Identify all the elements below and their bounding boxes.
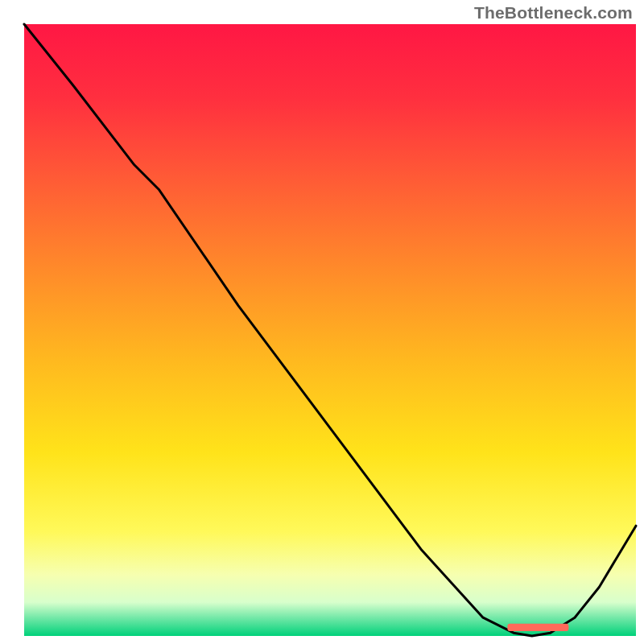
chart-frame: TheBottleneck.com (0, 0, 644, 644)
bottleneck-chart (0, 0, 644, 644)
optimal-marker (507, 624, 568, 631)
watermark-text: TheBottleneck.com (474, 3, 633, 23)
plot-area (24, 24, 636, 636)
